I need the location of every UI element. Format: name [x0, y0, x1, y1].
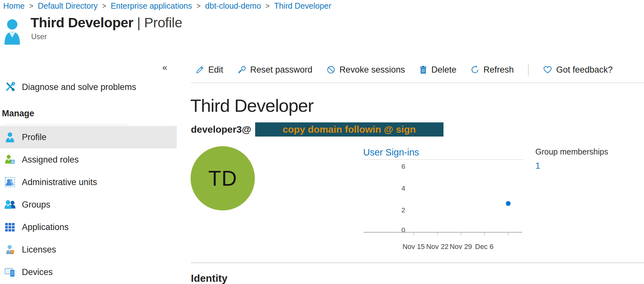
sidebar-item-label: Assigned roles [22, 155, 79, 165]
section-divider [191, 262, 644, 263]
sidebar: « Diagnose and solve problems Manage [0, 48, 177, 284]
refresh-button[interactable]: Refresh [470, 65, 514, 75]
sidebar-item-label: Profile [22, 132, 47, 142]
breadcrumb-third-developer[interactable]: Third Developer [274, 1, 331, 11]
key-icon [237, 65, 246, 74]
breadcrumb: Home > Default Directory > Enterprise ap… [3, 1, 331, 11]
breadcrumb-dbt-cloud-demo[interactable]: dbt-cloud-demo [205, 1, 261, 11]
page-title-section: | Profile [137, 15, 182, 30]
y-tick-label: 6 [392, 163, 405, 170]
breadcrumb-separator: > [265, 2, 270, 10]
edit-button-label: Edit [208, 65, 223, 75]
command-bar: Edit Reset password Revoke sessions [191, 62, 644, 78]
got-feedback-button[interactable]: Got feedback? [543, 65, 613, 75]
group-memberships-label: Group memberships [535, 147, 608, 156]
diagnose-tools-icon [4, 82, 15, 92]
x-axis-line [363, 232, 522, 233]
sidebar-collapse-button[interactable]: « [162, 62, 167, 73]
revoke-sessions-label: Revoke sessions [339, 65, 405, 75]
applications-grid-icon [4, 222, 15, 232]
sidebar-section-manage: Manage [2, 109, 34, 119]
reset-password-label: Reset password [250, 65, 313, 75]
profile-person-icon [4, 132, 15, 142]
upn-prefix: developer3@ [191, 124, 251, 135]
identity-section-heading: Identity [191, 272, 228, 284]
sidebar-item-assigned-roles[interactable]: Assigned roles [0, 148, 177, 171]
breadcrumb-home[interactable]: Home [3, 1, 25, 11]
delete-button-label: Delete [431, 65, 456, 75]
toolbar-divider [528, 64, 529, 75]
pencil-icon [195, 65, 204, 74]
heart-icon [543, 65, 552, 74]
sidebar-divider [3, 125, 128, 125]
sidebar-item-label: Devices [22, 267, 53, 277]
sidebar-item-devices[interactable]: Devices [0, 261, 177, 283]
sidebar-item-administrative-units[interactable]: Administrative units [0, 171, 177, 193]
refresh-icon [470, 65, 479, 74]
breadcrumb-default-directory[interactable]: Default Directory [38, 1, 98, 11]
sidebar-item-profile[interactable]: Profile [0, 126, 177, 148]
got-feedback-label: Got feedback? [556, 65, 613, 75]
x-axis-tick [437, 233, 438, 235]
redaction-overlay: copy domain followin @ sign [255, 122, 443, 137]
y-tick-label: 4 [392, 184, 405, 192]
chart-title-underline [362, 159, 524, 160]
user-signins-link[interactable]: User Sign-ins [363, 147, 419, 158]
sidebar-item-label: Groups [22, 200, 50, 210]
breadcrumb-enterprise-applications[interactable]: Enterprise applications [111, 1, 192, 11]
user-display-name: Third Developer [190, 95, 313, 116]
sidebar-item-label: Licenses [22, 245, 56, 255]
devices-icon [4, 267, 15, 277]
avatar: TD [191, 146, 255, 210]
sidebar-item-groups[interactable]: Groups [0, 193, 177, 216]
administrative-units-icon [4, 177, 15, 187]
breadcrumb-separator: > [197, 2, 201, 10]
user-signins-chart: User Sign-ins 6 4 2 0 Nov 15 Nov 22 Nov … [362, 147, 524, 256]
toolbar-divider-line [191, 83, 644, 83]
y-tick-label: 2 [392, 206, 405, 214]
sidebar-item-diagnose[interactable]: Diagnose and solve problems [0, 76, 177, 98]
user-avatar-icon [3, 18, 21, 45]
user-principal-name: developer3@ copy domain followin @ sign [191, 122, 443, 137]
x-axis-tick [461, 233, 461, 235]
azure-user-profile-page: Home > Default Directory > Enterprise ap… [0, 0, 644, 284]
sidebar-item-licenses[interactable]: Licenses [0, 238, 177, 261]
group-memberships: Group memberships 1 [535, 147, 608, 171]
breadcrumb-separator: > [29, 2, 33, 10]
sidebar-item-label: Diagnose and solve problems [22, 82, 136, 92]
delete-button[interactable]: Delete [419, 65, 456, 75]
page-title-name: Third Developer [31, 15, 133, 30]
x-tick-label: Dec 6 [470, 243, 499, 251]
x-axis-tick [484, 233, 485, 235]
signin-data-point[interactable] [506, 201, 511, 206]
sidebar-item-label: Applications [22, 222, 69, 232]
trash-icon [419, 65, 427, 74]
sidebar-item-label: Administrative units [22, 177, 97, 187]
breadcrumb-separator: > [102, 2, 106, 10]
x-axis-tick [414, 233, 414, 235]
refresh-button-label: Refresh [483, 65, 514, 75]
assigned-roles-icon [4, 155, 15, 165]
sidebar-item-applications[interactable]: Applications [0, 216, 177, 238]
edit-button[interactable]: Edit [195, 65, 223, 75]
groups-icon [4, 200, 15, 210]
group-memberships-count-link[interactable]: 1 [535, 161, 608, 171]
x-axis-tick [508, 233, 508, 235]
y-tick-label: 0 [392, 226, 405, 234]
page-title: Third Developer | Profile [31, 15, 182, 31]
block-icon [326, 65, 335, 74]
revoke-sessions-button[interactable]: Revoke sessions [326, 65, 405, 75]
reset-password-button[interactable]: Reset password [237, 65, 313, 75]
licenses-icon [4, 244, 15, 255]
page-subtitle: User [31, 32, 47, 41]
